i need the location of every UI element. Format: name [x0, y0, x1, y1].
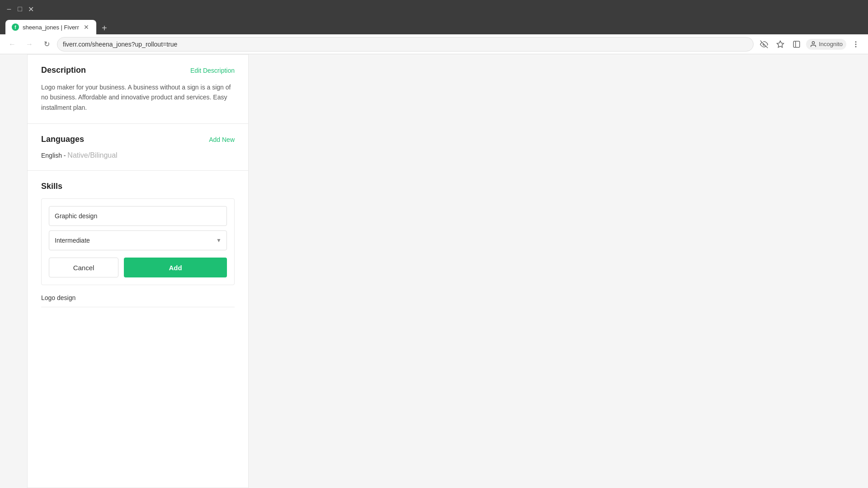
- svg-rect-2: [793, 41, 800, 47]
- languages-title: Languages: [41, 135, 84, 144]
- eye-slash-icon[interactable]: [757, 38, 771, 51]
- browser-chrome: – □ ✕ f sheena_jones | Fiverr ✕ + ← → ↻: [0, 0, 868, 54]
- skill-item-logo-design: Logo design: [41, 289, 235, 307]
- window-controls: – □ ✕: [5, 5, 34, 13]
- add-language-link[interactable]: Add New: [209, 136, 235, 143]
- skills-header: Skills: [41, 182, 235, 191]
- sidebar-icon[interactable]: [790, 38, 803, 51]
- svg-point-5: [855, 42, 856, 42]
- star-icon[interactable]: [774, 38, 787, 51]
- skill-level-select[interactable]: Basic Intermediate Expert: [49, 230, 227, 250]
- maximize-button[interactable]: □: [16, 5, 24, 13]
- page-content: Description Edit Description Logo maker …: [0, 54, 868, 488]
- tab-bar: f sheena_jones | Fiverr ✕ +: [0, 18, 868, 34]
- language-entry: English - Native/Bilingual: [41, 151, 235, 160]
- browser-toolbar: ← → ↻: [0, 34, 868, 54]
- description-header: Description Edit Description: [41, 66, 235, 75]
- skill-level-wrapper: Basic Intermediate Expert ▼: [49, 230, 227, 250]
- description-section: Description Edit Description Logo maker …: [28, 55, 248, 124]
- forward-button[interactable]: →: [23, 38, 36, 51]
- description-title: Description: [41, 66, 86, 75]
- reload-button[interactable]: ↻: [40, 38, 53, 51]
- svg-marker-1: [777, 41, 784, 47]
- tab-favicon: f: [12, 23, 19, 31]
- skills-section: Skills Basic Intermediate Expert ▼ Cance…: [28, 171, 248, 311]
- menu-icon[interactable]: [849, 38, 863, 51]
- form-buttons: Cancel Add: [49, 258, 227, 277]
- skill-name-input[interactable]: [49, 206, 227, 226]
- existing-skills-list: Logo design: [41, 285, 235, 311]
- cancel-button[interactable]: Cancel: [49, 258, 118, 277]
- skills-form: Basic Intermediate Expert ▼ Cancel Add: [41, 198, 235, 285]
- svg-point-7: [855, 46, 856, 47]
- incognito-badge: Incognito: [806, 39, 846, 50]
- skills-title: Skills: [41, 182, 62, 191]
- back-button[interactable]: ←: [5, 38, 19, 51]
- languages-section: Languages Add New English - Native/Bilin…: [28, 124, 248, 171]
- browser-titlebar: – □ ✕: [0, 0, 868, 18]
- close-button[interactable]: ✕: [27, 5, 34, 13]
- main-panel: Description Edit Description Logo maker …: [27, 54, 249, 488]
- svg-point-4: [812, 42, 815, 44]
- tab-label: sheena_jones | Fiverr: [23, 24, 79, 31]
- incognito-label: Incognito: [819, 41, 843, 47]
- language-name: English -: [41, 152, 67, 159]
- svg-point-6: [855, 44, 856, 45]
- minimize-button[interactable]: –: [5, 5, 13, 13]
- add-button[interactable]: Add: [124, 258, 227, 277]
- languages-header: Languages Add New: [41, 135, 235, 144]
- language-level: Native/Bilingual: [67, 151, 117, 159]
- new-tab-button[interactable]: +: [98, 22, 111, 34]
- active-tab[interactable]: f sheena_jones | Fiverr ✕: [5, 20, 96, 34]
- description-body: Logo maker for your business. A business…: [41, 82, 235, 113]
- toolbar-right: Incognito: [757, 38, 863, 51]
- tab-close-button[interactable]: ✕: [83, 23, 90, 31]
- address-bar[interactable]: [57, 37, 754, 52]
- edit-description-link[interactable]: Edit Description: [190, 67, 235, 74]
